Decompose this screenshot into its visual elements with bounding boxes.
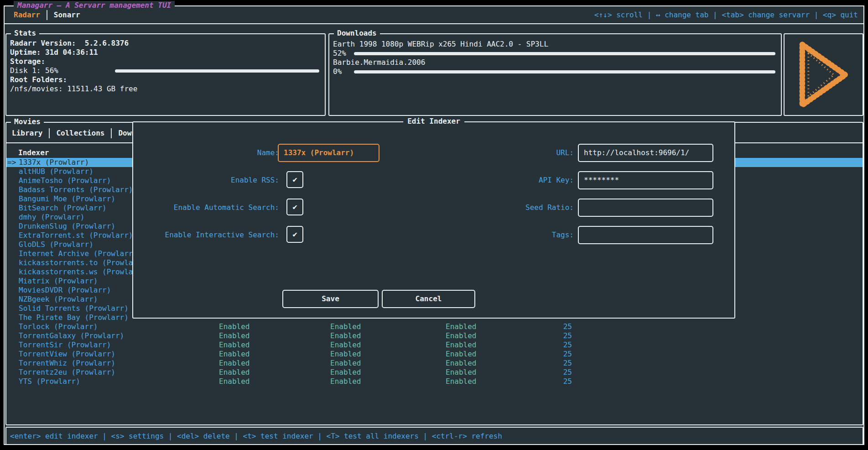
- managarr-play-icon: [795, 40, 852, 110]
- indexer-name: Solid Torrents (Prowlarr): [19, 304, 129, 313]
- table-row[interactable]: Torlock (Prowlarr)EnabledEnabledEnabled2…: [6, 322, 863, 331]
- download-item-name: Barbie.Mermaidia.2006: [333, 58, 777, 67]
- tab-divider: [49, 128, 50, 138]
- downloads-panel-title: Downloads: [334, 29, 380, 37]
- servarr-tab-bar: Radarr Sonarr <↑↓> scroll | ↔ change tab…: [5, 6, 863, 24]
- indexer-name: GloDLS (Prowlarr): [19, 240, 94, 249]
- edit-indexer-modal-title: Edit Indexer: [403, 117, 464, 126]
- indexer-name: TorrentGalaxy (Prowlarr): [19, 331, 124, 340]
- indexer-name: Bangumi Moe (Prowlarr): [19, 194, 115, 204]
- download-progress-bar: [354, 52, 775, 55]
- automatic-search-status: Enabled: [330, 350, 361, 359]
- url-input[interactable]: http://localhost:9696/1/: [578, 144, 713, 162]
- storage-heading: Storage:: [10, 57, 321, 66]
- disk-usage-bar: [115, 69, 319, 73]
- downloads-panel: Downloads Earth 1998 1080p WEBRip x265 H…: [328, 33, 782, 116]
- priority-value: 25: [545, 331, 572, 340]
- download-percent-label: 52%: [333, 49, 354, 58]
- rss-status: Enabled: [219, 331, 249, 340]
- indexer-name: YTS (Prowlarr): [19, 377, 80, 386]
- table-row[interactable]: YTS (Prowlarr)EnabledEnabledEnabled25: [6, 377, 863, 386]
- download-item-name: Earth 1998 1080p WEBRip x265 Hindi AAC2.…: [333, 40, 777, 49]
- footer-keybind-help: <enter> edit indexer | <s> settings | <d…: [6, 432, 502, 440]
- version-label: Radarr Version:: [10, 39, 76, 48]
- interactive-search-status: Enabled: [446, 368, 476, 377]
- tab-divider: [47, 10, 47, 20]
- api-key-label: API Key:: [133, 176, 574, 185]
- interactive-search-status: Enabled: [446, 350, 476, 359]
- tags-label: Tags:: [133, 230, 574, 240]
- tags-input[interactable]: [578, 226, 713, 244]
- priority-value: 25: [545, 350, 572, 359]
- save-button[interactable]: Save: [282, 290, 379, 308]
- table-row[interactable]: Torrentz2eu (Prowlarr)EnabledEnabledEnab…: [6, 368, 863, 377]
- automatic-search-status: Enabled: [330, 331, 361, 340]
- automatic-search-status: Enabled: [330, 340, 361, 350]
- version-value: 5.2.6.8376: [85, 39, 129, 48]
- footer-keybind-bar: <enter> edit indexer | <s> settings | <d…: [5, 427, 863, 445]
- automatic-search-status: Enabled: [330, 368, 361, 377]
- priority-value: 25: [545, 368, 572, 377]
- edit-indexer-modal: Edit Indexer Name: 1337x (Prowlarr) URL:…: [132, 121, 735, 319]
- table-row[interactable]: TorrentView (Prowlarr)EnabledEnabledEnab…: [6, 350, 863, 359]
- rss-status: Enabled: [219, 350, 249, 359]
- interactive-search-status: Enabled: [446, 331, 476, 340]
- url-label: URL:: [133, 148, 574, 157]
- table-row[interactable]: TorrentWhiz (Prowlarr)EnabledEnabledEnab…: [6, 359, 863, 368]
- priority-value: 25: [545, 359, 572, 368]
- priority-value: 25: [545, 377, 572, 386]
- indexer-name: BitSearch (Prowlarr): [19, 204, 107, 213]
- indexer-name: Miatrix (Prowlarr): [19, 277, 98, 286]
- interactive-search-status: Enabled: [446, 322, 476, 331]
- disk-usage-label: Disk 1: 56%: [10, 66, 115, 75]
- automatic-search-status: Enabled: [330, 322, 361, 331]
- rss-status: Enabled: [219, 340, 249, 350]
- tab-sonarr[interactable]: Sonarr: [54, 10, 80, 19]
- table-row[interactable]: TorrentSir (Prowlarr)EnabledEnabledEnabl…: [6, 340, 863, 350]
- indexer-name: TorrentSir (Prowlarr): [19, 340, 111, 350]
- indexer-name: The Pirate Bay (Prowlarr): [19, 313, 129, 322]
- indexer-name: DrunkenSlug (Prowlarr): [19, 222, 115, 231]
- root-folders-heading: Root Folders:: [10, 75, 321, 84]
- table-row[interactable]: TorrentGalaxy (Prowlarr)EnabledEnabledEn…: [6, 331, 863, 340]
- indexer-name: MoviesDVDR (Prowlarr): [19, 286, 111, 295]
- rss-status: Enabled: [219, 322, 249, 331]
- download-progress-bar: [354, 70, 775, 73]
- rss-status: Enabled: [219, 368, 249, 377]
- tab-library[interactable]: Library: [12, 129, 42, 137]
- indexer-name: AnimeTosho (Prowlarr): [19, 176, 111, 185]
- indexer-name: TorrentWhiz (Prowlarr): [19, 359, 115, 368]
- root-folder: /nfs/movies: 11511.43 GB free: [10, 84, 321, 94]
- download-item-progress: 52%: [333, 49, 777, 58]
- api-key-input[interactable]: ********: [578, 171, 713, 189]
- indexer-name: TorrentView (Prowlarr): [19, 350, 115, 359]
- header-keybind-help: <↑↓> scroll | ↔ change tab | <tab> chang…: [594, 10, 858, 19]
- automatic-search-status: Enabled: [330, 359, 361, 368]
- tab-divider: [111, 128, 112, 138]
- indexer-name: 1337x (Prowlarr): [19, 158, 89, 167]
- uptime: Uptime: 31d 04:36:11: [10, 48, 321, 57]
- logo-panel: [784, 33, 863, 116]
- indexer-name: dmhy (Prowlarr): [19, 213, 85, 222]
- tab-radarr[interactable]: Radarr: [14, 10, 40, 19]
- indexer-name: altHUB (Prowlarr): [19, 167, 94, 176]
- interactive-search-status: Enabled: [446, 359, 476, 368]
- indexer-name: kickasstorrents.ws (Prowlarr): [19, 267, 146, 277]
- indexer-name: ExtraTorrent.st (Prowlarr): [19, 231, 133, 240]
- priority-value: 25: [545, 322, 572, 331]
- download-item-progress: 0%: [333, 67, 777, 76]
- indexer-name: Internet Archive (Prowlarr): [19, 249, 137, 258]
- tab-collections[interactable]: Collections: [56, 129, 104, 137]
- rss-status: Enabled: [219, 377, 249, 386]
- cancel-button[interactable]: Cancel: [382, 290, 475, 308]
- indexer-column-header: Indexer: [18, 148, 49, 157]
- indexer-name: Torlock (Prowlarr): [19, 322, 98, 331]
- seed-ratio-input[interactable]: [578, 199, 713, 217]
- stats-panel-title: Stats: [11, 29, 39, 37]
- automatic-search-status: Enabled: [330, 377, 361, 386]
- interactive-search-status: Enabled: [446, 340, 476, 350]
- disk-usage-row: Disk 1: 56%: [10, 66, 321, 75]
- indexer-name: Badass Torrents (Prowlarr): [19, 185, 133, 194]
- uptime-value: 31d 04:36:11: [45, 48, 98, 57]
- interactive-search-status: Enabled: [446, 377, 476, 386]
